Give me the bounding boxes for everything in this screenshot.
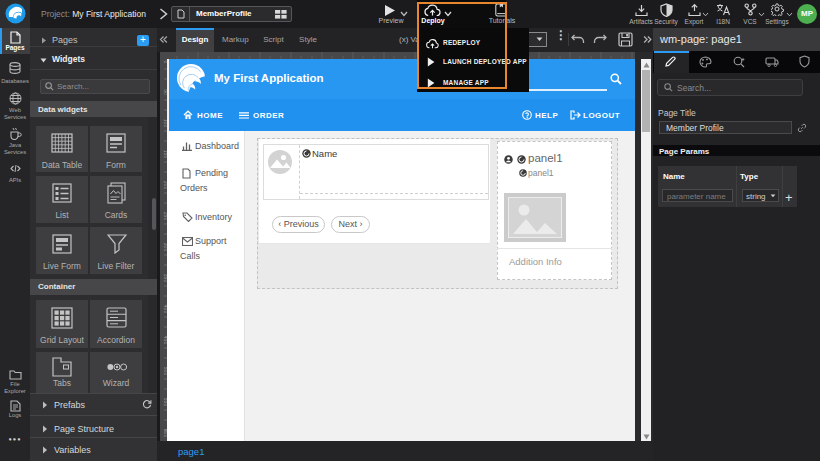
svg-text:600: 600 — [162, 429, 167, 438]
svg-text:0: 0 — [162, 61, 167, 64]
svg-text:450: 450 — [162, 336, 167, 345]
svg-text:100: 100 — [162, 119, 167, 128]
svg-text:250: 250 — [162, 212, 167, 221]
svg-text:150: 150 — [162, 150, 167, 159]
svg-text:200: 200 — [162, 181, 167, 190]
svg-text:50: 50 — [162, 89, 167, 95]
svg-text:550: 550 — [162, 398, 167, 407]
svg-text:300: 300 — [162, 243, 167, 252]
svg-text:400: 400 — [162, 305, 167, 314]
svg-text:350: 350 — [162, 274, 167, 283]
svg-text:500: 500 — [162, 367, 167, 376]
